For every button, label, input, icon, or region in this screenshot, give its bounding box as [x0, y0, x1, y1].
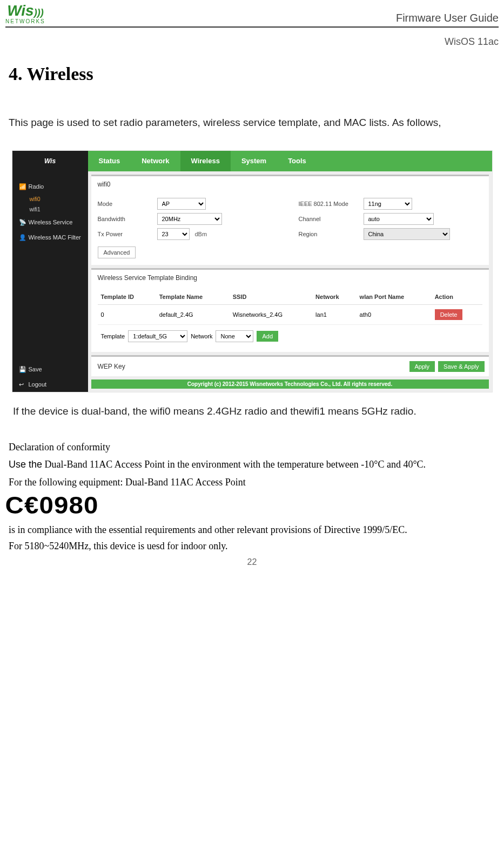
channel-select[interactable]: auto [364, 213, 434, 225]
card-wep-title: WEP Key [91, 358, 405, 375]
template-select[interactable]: 1:default_5G [128, 330, 187, 342]
nav-system[interactable]: System [231, 151, 277, 171]
declaration-use-line: Use the Dual-Band 11AC Access Point in t… [9, 456, 495, 473]
wifi-icon: 📡 [19, 219, 25, 225]
intro-paragraph: This page is used to set radio parameter… [9, 111, 495, 134]
brand-logo-text: Wis))) [7, 3, 44, 18]
declaration-compliance: is in compliance with the essential requ… [9, 522, 495, 538]
binding-table: Template ID Template Name SSID Network w… [98, 289, 482, 325]
cell-template-name: default_2.4G [156, 304, 230, 324]
ce-mark: C€0980 [9, 494, 495, 517]
nav-network[interactable]: Network [131, 151, 180, 171]
declaration-equipment: For the following equipment: Dual-Band 1… [9, 474, 495, 491]
save-icon: 💾 [19, 366, 25, 372]
card-binding: Wireless Service Template Binding Templa… [91, 268, 489, 352]
nav-wireless[interactable]: Wireless [180, 151, 231, 171]
col-network: Network [312, 289, 356, 305]
doc-title: Firmware User Guide [396, 12, 499, 24]
network-label: Network [191, 333, 212, 339]
card-wifi0-title: wifi0 [91, 176, 489, 192]
table-row: 0 default_2.4G Wisnetworks_2.4G lan1 ath… [98, 304, 482, 324]
col-action: Action [432, 289, 482, 305]
logout-icon: ↩ [19, 381, 25, 388]
template-label: Template [101, 333, 125, 339]
sidebar-mac-filter[interactable]: 👤 Wireless MAC Filter [12, 230, 88, 245]
mode-label: Mode [98, 201, 152, 207]
declaration-indoor: For 5180~5240MHz, this device is uesd fo… [9, 541, 495, 552]
col-template-name: Template Name [156, 289, 230, 305]
nav-tools[interactable]: Tools [277, 151, 317, 171]
bw-label: Bandwidth [98, 216, 152, 222]
doc-subtitle: WisOS 11ac [5, 36, 499, 48]
embedded-screenshot: Wis Status Network Wireless System Tools… [12, 150, 493, 392]
cell-ssid: Wisnetworks_2.4G [230, 304, 312, 324]
mode-select[interactable]: AP [157, 198, 206, 210]
col-template-id: Template ID [98, 289, 156, 305]
declaration-heading: Declaration of conformity [9, 439, 495, 456]
top-nav: Status Network Wireless System Tools [88, 151, 492, 171]
app-logo: Wis [12, 151, 88, 171]
txpower-select[interactable]: 23 [157, 228, 190, 240]
col-ssid: SSID [230, 289, 312, 305]
user-icon: 👤 [19, 234, 25, 241]
add-button[interactable]: Add [257, 331, 278, 342]
cell-wlan-port: ath0 [357, 304, 432, 324]
main-panel: wifi0 Mode AP IEEE 802.11 Mode 11ng [88, 171, 492, 392]
cell-network: lan1 [312, 304, 356, 324]
save-apply-button[interactable]: Save & Apply [438, 361, 484, 372]
cell-template-id: 0 [98, 304, 156, 324]
nav-status[interactable]: Status [88, 151, 131, 171]
brand-logo-sub: NETWORKS [5, 18, 45, 24]
ieee-label: IEEE 802.11 Mode [299, 201, 358, 207]
sidebar: 📶 Radio wifi0 wifi1 📡 Wireless Service 👤… [12, 171, 88, 392]
region-label: Region [299, 231, 358, 237]
brand-logo: Wis))) NETWORKS [5, 3, 45, 24]
ieee-select[interactable]: 11ng [364, 198, 412, 210]
card-wifi0: wifi0 Mode AP IEEE 802.11 Mode 11ng [91, 175, 489, 265]
card-wep: WEP Key Apply Save & Apply [91, 355, 489, 376]
page-number: 22 [0, 557, 504, 567]
network-select[interactable]: None [216, 330, 253, 342]
region-select[interactable]: China [364, 228, 450, 240]
delete-button[interactable]: Delete [435, 309, 463, 320]
sidebar-wifi1[interactable]: wifi1 [12, 204, 88, 215]
apply-button[interactable]: Apply [409, 361, 435, 372]
sidebar-save[interactable]: 💾 Save [12, 362, 88, 377]
sidebar-wifi0[interactable]: wifi0 [12, 194, 88, 204]
copyright-bar: Copyright (c) 2012-2015 Wisnetworks Tech… [91, 379, 489, 389]
sidebar-radio[interactable]: 📶 Radio [12, 179, 88, 194]
sidebar-logout[interactable]: ↩ Logout [12, 377, 88, 392]
advanced-button[interactable]: Advanced [98, 247, 136, 258]
txpower-unit: dBm [195, 231, 207, 237]
sidebar-wireless-service[interactable]: 📡 Wireless Service [12, 215, 88, 230]
section-heading: 4. Wireless [9, 64, 495, 84]
col-wlan-port: wlan Port Name [357, 289, 432, 305]
channel-label: Channel [299, 216, 358, 222]
page-header: Wis))) NETWORKS Firmware User Guide [5, 0, 499, 28]
bw-select[interactable]: 20MHz [157, 213, 222, 225]
radio-wave-icon: 📶 [19, 183, 25, 190]
card-binding-title: Wireless Service Template Binding [91, 270, 489, 286]
txpower-label: Tx Power [98, 231, 152, 237]
after-screenshot-text: If the device is dual-band, the wifi0 me… [13, 400, 491, 423]
